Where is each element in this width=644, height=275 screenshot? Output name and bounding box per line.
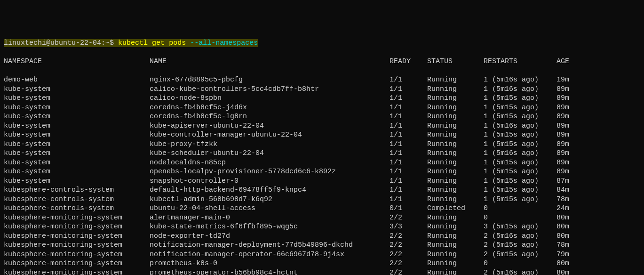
table-row: kubesphere-monitoring-systemnotification…: [4, 241, 640, 250]
cell-ready: 1/1: [390, 158, 427, 168]
cell-age: 89m: [557, 121, 569, 131]
table-row: kubesphere-monitoring-systemalertmanager…: [4, 213, 640, 223]
cell-restarts: 1 (5m15s ago): [484, 177, 557, 186]
table-row: kubesphere-controls-systemubuntu-22-04-s…: [4, 204, 640, 213]
cell-restarts: 2 (5m16s ago): [484, 268, 557, 275]
cell-age: 78m: [557, 195, 569, 204]
cell-age: 89m: [557, 149, 569, 158]
cell-restarts: 3 (5m15s ago): [484, 222, 557, 232]
cell-status: Running: [427, 158, 484, 168]
cell-name: prometheus-operator-b56bb98c4-hctnt: [150, 268, 390, 275]
cell-restarts: 1 (5m15s ago): [484, 186, 557, 195]
cell-name: ubuntu-22-04-shell-access: [150, 204, 390, 213]
cell-status: Running: [427, 186, 484, 195]
cell-namespace: demo-web: [4, 75, 150, 85]
cell-age: 87m: [557, 177, 569, 186]
cell-age: 89m: [557, 85, 569, 94]
table-row: kube-systemnodelocaldns-n85cp1/1Running1…: [4, 158, 640, 168]
command-text: kubectl get pods: [118, 39, 186, 47]
cell-name: snapshot-controller-0: [150, 177, 390, 186]
cell-ready: 1/1: [390, 103, 427, 113]
cell-age: 80m: [557, 232, 569, 241]
cell-name: node-exporter-td27d: [150, 232, 390, 241]
table-row: kube-systemcalico-node-8spbn1/1Running1 …: [4, 94, 640, 103]
cell-ready: 1/1: [390, 130, 427, 140]
cell-namespace: kubesphere-monitoring-system: [4, 222, 150, 232]
table-row: kube-systemopenebs-localpv-provisioner-5…: [4, 167, 640, 177]
cell-age: 89m: [557, 112, 569, 121]
cell-restarts: 1 (5m15s ago): [484, 158, 557, 168]
cell-age: 89m: [557, 140, 569, 149]
cell-ready: 1/1: [390, 186, 427, 195]
cell-status: Running: [427, 177, 484, 186]
cell-name: default-http-backend-69478ff5f9-knpc4: [150, 186, 390, 195]
cell-age: 80m: [557, 259, 569, 268]
cell-ready: 2/2: [390, 232, 427, 241]
cell-namespace: kubesphere-monitoring-system: [4, 241, 150, 250]
cell-namespace: kube-system: [4, 103, 150, 113]
cell-namespace: kubesphere-monitoring-system: [4, 250, 150, 259]
table-row: kubesphere-monitoring-systemprometheus-k…: [4, 259, 640, 268]
cell-restarts: 1 (5m15s ago): [484, 103, 557, 113]
cell-name: kubectl-admin-568b698d7-k6q92: [150, 195, 390, 204]
cell-restarts: 1 (5m15s ago): [484, 140, 557, 149]
header-name: NAME: [150, 57, 390, 66]
cell-status: Running: [427, 268, 484, 275]
prompt-symbol: $: [110, 39, 114, 47]
cell-name: kube-scheduler-ubuntu-22-04: [150, 149, 390, 158]
cell-namespace: kube-system: [4, 94, 150, 103]
cell-namespace: kube-system: [4, 112, 150, 121]
table-row: kube-systemkube-proxy-tfzkk1/1Running1 (…: [4, 140, 640, 149]
cell-age: 89m: [557, 130, 569, 140]
cell-restarts: 1 (5m15s ago): [484, 130, 557, 140]
cell-ready: 1/1: [390, 94, 427, 103]
cell-status: Running: [427, 149, 484, 158]
cell-ready: 1/1: [390, 85, 427, 94]
cell-status: Running: [427, 259, 484, 268]
header-ready: READY: [390, 57, 427, 66]
cell-status: Running: [427, 213, 484, 223]
cell-ready: 2/2: [390, 241, 427, 250]
cell-restarts: 2 (5m15s ago): [484, 241, 557, 250]
header-age: AGE: [557, 57, 569, 66]
cell-namespace: kube-system: [4, 149, 150, 158]
cell-namespace: kubesphere-controls-system: [4, 204, 150, 213]
command-flag: --all-namespaces: [190, 39, 258, 47]
cell-name: coredns-fb4b8cf5c-j4d6x: [150, 103, 390, 113]
prompt-path: ~: [105, 39, 110, 47]
cell-status: Running: [427, 103, 484, 113]
cell-name: kube-state-metrics-6f6ffbf895-wqg5c: [150, 222, 390, 232]
table-row: demo-webnginx-677d8895c5-pbcfg1/1Running…: [4, 75, 640, 85]
table-row: kubesphere-controls-systemdefault-http-b…: [4, 186, 640, 195]
table-row: kubesphere-monitoring-systemnode-exporte…: [4, 232, 640, 241]
cell-namespace: kubesphere-monitoring-system: [4, 259, 150, 268]
cell-restarts: 1 (5m15s ago): [484, 167, 557, 177]
cell-age: 80m: [557, 268, 569, 275]
table-row: kube-systemcoredns-fb4b8cf5c-lg8rn1/1Run…: [4, 112, 640, 121]
table-row: kube-systemkube-apiserver-ubuntu-22-041/…: [4, 121, 640, 131]
cell-status: Running: [427, 250, 484, 259]
table-row: kubesphere-controls-systemkubectl-admin-…: [4, 195, 640, 204]
cell-namespace: kubesphere-monitoring-system: [4, 232, 150, 241]
prompt-user-host: linuxtechi@ubuntu-22-04: [4, 39, 101, 47]
cell-status: Running: [427, 94, 484, 103]
cell-age: 24m: [557, 204, 569, 213]
cell-status: Running: [427, 167, 484, 177]
cell-name: notification-manager-deployment-77d5b498…: [150, 241, 390, 250]
cell-namespace: kube-system: [4, 85, 150, 94]
cell-age: 89m: [557, 103, 569, 113]
cell-restarts: 2 (5m16s ago): [484, 232, 557, 241]
cell-ready: 1/1: [390, 195, 427, 204]
command-prompt-line[interactable]: linuxtechi@ubuntu-22-04:~$ kubectl get p…: [4, 39, 640, 48]
cell-restarts: 1 (5m16s ago): [484, 121, 557, 131]
table-row: kubesphere-monitoring-systemprometheus-o…: [4, 268, 640, 275]
cell-age: 19m: [557, 75, 569, 85]
cell-status: Running: [427, 232, 484, 241]
cell-status: Running: [427, 241, 484, 250]
cell-status: Running: [427, 112, 484, 121]
table-row: kube-systemkube-scheduler-ubuntu-22-041/…: [4, 149, 640, 158]
cell-ready: 2/2: [390, 213, 427, 223]
cell-name: nodelocaldns-n85cp: [150, 158, 390, 168]
cell-namespace: kube-system: [4, 167, 150, 177]
cell-name: calico-kube-controllers-5cc4cdb7ff-b8htr: [150, 85, 390, 94]
